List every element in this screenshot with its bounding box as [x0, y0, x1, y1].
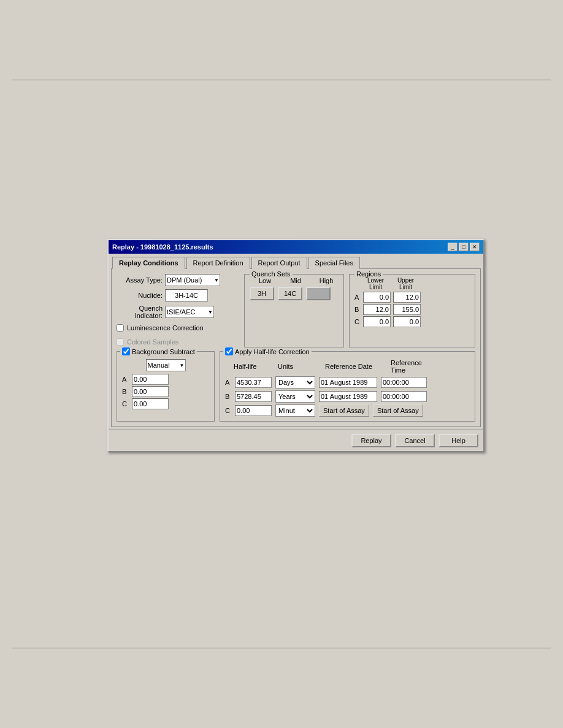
tab-report-definition[interactable]: Report Definition	[186, 257, 250, 269]
dialog-footer: Replay Cancel Help	[109, 430, 483, 451]
cancel-button[interactable]: Cancel	[395, 434, 435, 447]
halflife-row-b: B Days Years Minutes Hours	[225, 390, 470, 403]
quench-empty-button[interactable]	[306, 287, 331, 300]
halflife-header: Half-life Units Reference Date Reference…	[225, 359, 470, 374]
left-controls: Assay Type: DPM (Dual) CPM ▼ Nuclide: 3H	[117, 274, 239, 347]
top-section: Assay Type: DPM (Dual) CPM ▼ Nuclide: 3H	[117, 274, 475, 347]
assay-type-row: Assay Type: DPM (Dual) CPM ▼	[117, 274, 239, 286]
colored-samples-checkbox[interactable]	[117, 338, 124, 346]
help-button[interactable]: Help	[439, 434, 478, 447]
dialog-title: Replay - 19981028_1125.results	[112, 243, 213, 251]
regions-c-upper[interactable]	[393, 316, 421, 327]
regions-b-upper[interactable]	[393, 304, 421, 315]
page-background: Replay - 19981028_1125.results _ □ ✕ Rep…	[0, 0, 563, 728]
hl-c-units-dropdown[interactable]: Days Years Minutes Hours	[275, 404, 315, 417]
assay-type-dropdown[interactable]: DPM (Dual) CPM	[165, 274, 220, 286]
luminescence-correction-checkbox[interactable]	[117, 324, 124, 332]
bg-mode-dropdown-wrapper: Manual Auto ▼	[146, 359, 186, 371]
quench-14c-button[interactable]: 14C	[278, 287, 302, 300]
manual-dropdown-wrapper: Manual Auto ▼	[122, 359, 209, 371]
halflife-correction-checkbox[interactable]	[225, 347, 233, 355]
minimize-button[interactable]: _	[448, 243, 458, 251]
bg-c-input[interactable]	[132, 398, 169, 409]
title-bar-buttons: _ □ ✕	[448, 243, 480, 251]
hl-b-label: B	[225, 393, 231, 400]
assay-type-label: Assay Type:	[117, 276, 163, 284]
hl-col-units: Units	[278, 363, 318, 370]
quench-3h-button[interactable]: 3H	[250, 287, 274, 300]
regions-a-upper[interactable]	[393, 292, 421, 303]
bg-b-label: B	[122, 388, 129, 395]
hl-a-units-dropdown[interactable]: Days Years Minutes Hours	[275, 376, 315, 389]
bg-c-label: C	[122, 400, 129, 408]
bg-a-input[interactable]	[132, 374, 169, 385]
regions-c-lower[interactable]	[363, 316, 391, 327]
bg-mode-dropdown[interactable]: Manual Auto	[146, 359, 186, 371]
bottom-divider	[12, 648, 551, 648]
regions-legend: Regions	[354, 270, 383, 278]
bottom-section: Background Subtract Manual Auto ▼	[117, 351, 475, 422]
hl-col-halflife: Half-life	[234, 363, 270, 370]
halflife-legend: Apply Half-life Correction	[223, 347, 312, 355]
title-bar: Replay - 19981028_1125.results _ □ ✕	[109, 240, 483, 254]
hl-c-label: C	[225, 407, 231, 414]
quench-mid-label: Mid	[283, 277, 308, 284]
hl-col-ref-date: Reference Date	[325, 363, 383, 370]
hl-a-ref-time[interactable]	[381, 377, 427, 388]
quench-low-label: Low	[253, 277, 277, 284]
regions-a-lower[interactable]	[363, 292, 391, 303]
bg-subtract-checkbox[interactable]	[122, 347, 130, 355]
tabs-container: Replay Conditions Report Definition Repo…	[109, 254, 483, 268]
regions-c-label: C	[354, 318, 361, 325]
bg-row-c: C	[122, 398, 209, 409]
bg-subtract-legend: Background Subtract	[120, 347, 197, 355]
tab-replay-conditions[interactable]: Replay Conditions	[112, 257, 185, 269]
bg-b-input[interactable]	[132, 386, 169, 397]
hl-a-halflife[interactable]	[235, 377, 272, 388]
regions-header: LowerLimit UpperLimit	[354, 277, 470, 290]
bg-subtract-label: Background Subtract	[132, 348, 195, 355]
halflife-correction-label: Apply Half-life Correction	[235, 348, 310, 355]
hl-b-units-wrapper: Days Years Minutes Hours	[275, 390, 315, 403]
quench-indicator-dropdown[interactable]: tSIE/AEC SIS	[165, 306, 214, 318]
bg-subtract-box: Background Subtract Manual Auto ▼	[117, 351, 215, 422]
quench-indicator-row: QuenchIndicator: tSIE/AEC SIS ▼	[117, 305, 239, 319]
hl-c-start-assay-time-btn[interactable]: Start of Assay	[373, 404, 423, 417]
maximize-button[interactable]: □	[459, 243, 469, 251]
nuclide-display: 3H-14C	[165, 289, 208, 301]
regions-a-label: A	[354, 294, 361, 301]
quench-indicator-dropdown-wrapper: tSIE/AEC SIS ▼	[165, 306, 214, 318]
tab-report-output[interactable]: Report Output	[251, 257, 307, 269]
regions-box: Regions LowerLimit UpperLimit A B	[349, 274, 475, 347]
hl-a-ref-date[interactable]	[319, 377, 377, 388]
close-button[interactable]: ✕	[470, 243, 480, 251]
hl-b-ref-date[interactable]	[319, 391, 377, 402]
luminescence-correction-label: Luminescence Correction	[127, 324, 204, 332]
nuclide-row: Nuclide: 3H-14C	[117, 289, 239, 301]
bg-a-label: A	[122, 376, 129, 383]
replay-button[interactable]: Replay	[351, 434, 391, 447]
quench-high-label: High	[314, 277, 339, 284]
bg-row-a: A	[122, 374, 209, 385]
hl-c-units-wrapper: Days Years Minutes Hours	[275, 404, 315, 417]
quench-sets-legend: Quench Sets	[250, 270, 293, 278]
hl-c-halflife[interactable]	[235, 405, 272, 416]
regions-lower-limit-header: LowerLimit	[362, 277, 389, 290]
hl-a-units-wrapper: Days Years Minutes Hours	[275, 376, 315, 389]
hl-b-halflife[interactable]	[235, 391, 272, 402]
tab-content-replay-conditions: Assay Type: DPM (Dual) CPM ▼ Nuclide: 3H	[111, 268, 481, 427]
main-dialog: Replay - 19981028_1125.results _ □ ✕ Rep…	[107, 239, 484, 452]
quench-sets-box: Quench Sets Low Mid High 3H 14C	[244, 274, 344, 347]
halflife-row-c: C Days Years Minutes Hours Start of Assa…	[225, 404, 470, 417]
regions-row-c: C	[354, 316, 470, 327]
halflife-row-a: A Days Years Minutes Hours	[225, 376, 470, 389]
tab-special-files[interactable]: Special Files	[308, 257, 360, 269]
regions-b-lower[interactable]	[363, 304, 391, 315]
quench-buttons: 3H 14C	[250, 287, 339, 300]
quench-header: Low Mid High	[250, 277, 339, 284]
regions-row-b: B	[354, 304, 470, 315]
hl-b-units-dropdown[interactable]: Days Years Minutes Hours	[275, 390, 315, 403]
quench-indicator-label: QuenchIndicator:	[117, 305, 163, 319]
hl-c-start-assay-date-btn[interactable]: Start of Assay	[319, 404, 369, 417]
hl-b-ref-time[interactable]	[381, 391, 427, 402]
